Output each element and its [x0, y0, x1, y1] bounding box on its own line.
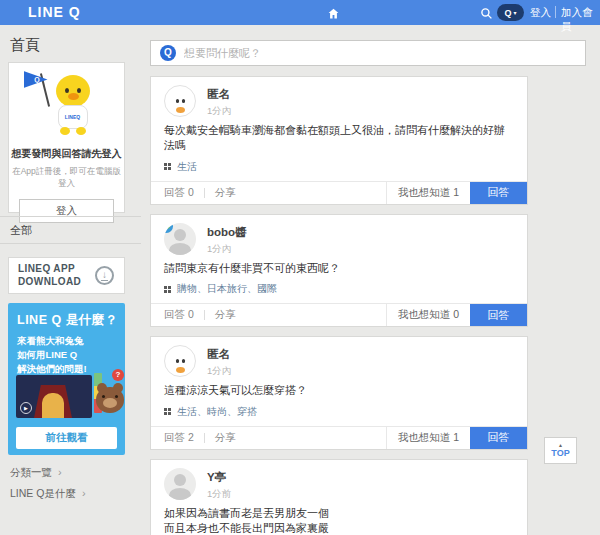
login-headline: 想要發問與回答請先登入 — [9, 147, 124, 161]
question-text: 每次戴安全帽騎車瀏海都會黏在額頭上又很油，請問有什麼解決的好辦法嗎 — [164, 123, 514, 154]
answer-button[interactable]: 回答 — [470, 304, 527, 326]
question-time: 1分前 — [207, 488, 231, 501]
chevron-right-icon: › — [82, 487, 86, 499]
question-card: Y亭 1分前 如果因為讀書而老是丟男朋友一個 而且本身也不能長出門因為家裏嚴 還… — [150, 459, 528, 535]
grid-menu-icon[interactable] — [352, 6, 368, 22]
question-tags-row: 生活 — [164, 160, 514, 174]
answer-button[interactable]: 回答 — [470, 427, 527, 449]
want-to-know-button[interactable]: 我也想知道 0 — [386, 304, 470, 326]
header-divider — [555, 6, 556, 18]
profile-initial: Q — [504, 8, 511, 18]
footer-divider — [204, 433, 205, 443]
promo-title: LINE Q 是什麼？ — [17, 312, 125, 329]
question-feed: 匿名 1分內 每次戴安全帽騎車瀏海都會黏在額頭上又很油，請問有什麼解決的好辦法嗎… — [150, 76, 528, 535]
top-navbar: LINE Q Q ▾ 登入 加入會員 — [0, 0, 600, 25]
lineq-page: LINE Q Q ▾ 登入 加入會員 首頁 Q LINEQ 想要發問與回答請先登… — [0, 0, 600, 535]
question-card: 匿名 1分內 每次戴安全帽騎車瀏海都會黏在額頭上又很油，請問有什麼解決的好辦法嗎… — [150, 76, 528, 205]
header-login-link[interactable]: 登入 — [530, 6, 551, 20]
question-header: 匿名 1分內 — [164, 345, 514, 378]
question-time: 1分內 — [207, 105, 231, 118]
answers-count-link[interactable]: 回答 0 — [164, 308, 194, 322]
avatar — [164, 468, 196, 500]
user-name: Y亭 — [207, 470, 231, 485]
footer-divider — [204, 188, 205, 198]
app-download-button[interactable]: LINEQ APP DOWNLOAD ↓ — [8, 257, 125, 294]
profile-menu[interactable]: Q ▾ — [497, 4, 524, 21]
brown-bear-mascot — [96, 383, 125, 417]
avatar — [164, 85, 196, 117]
home-icon[interactable] — [325, 5, 341, 21]
search-icon[interactable] — [478, 5, 494, 21]
question-text: 這種涼涼天氣可以怎麼穿搭？ — [164, 383, 514, 398]
question-time: 1分內 — [207, 365, 231, 378]
header-join-link[interactable]: 加入會員 — [561, 6, 600, 34]
page-title: 首頁 — [10, 36, 40, 55]
lineq-logo[interactable]: LINE Q — [28, 4, 81, 20]
user-name: bobo醬 — [207, 225, 247, 240]
chevron-down-icon: ▾ — [514, 10, 517, 16]
answers-count-link[interactable]: 回答 0 — [164, 186, 194, 200]
sidebar-item-all[interactable]: 全部 — [0, 216, 141, 244]
watch-video-button[interactable]: 前往觀看 — [16, 427, 117, 449]
category-grid-icon — [164, 408, 171, 415]
question-mark-badge: ? — [112, 369, 124, 381]
card-footer: 回答 0 分享 我也想知道 1 回答 — [151, 181, 527, 204]
share-link[interactable]: 分享 — [215, 186, 236, 200]
footer-divider — [204, 310, 205, 320]
chevron-right-icon: › — [58, 466, 62, 478]
want-to-know-button[interactable]: 我也想知道 1 — [386, 182, 470, 204]
answer-button[interactable]: 回答 — [470, 182, 527, 204]
sally-head — [56, 75, 90, 107]
grade-badge — [164, 223, 173, 233]
scroll-to-top-button[interactable]: ▲ TOP — [544, 437, 577, 464]
question-card: bobo醬 1分內 請問東京有什麼非買不可的東西呢？ 購物、日本旅行、國際 回答… — [150, 214, 528, 327]
question-tags-row: 購物、日本旅行、國際 — [164, 282, 514, 296]
question-card: 匿名 1分內 這種涼涼天氣可以怎麼穿搭？ 生活、時尚、穿搭 回答 2 分享 — [150, 336, 528, 449]
question-tags-row: 生活、時尚、穿搭 — [164, 405, 514, 419]
top-label: TOP — [551, 449, 569, 458]
login-card: Q LINEQ 想要發問與回答請先登入 在App註冊後，即可在電腦版登入 登入 — [8, 62, 125, 213]
question-text: 如果因為讀書而老是丟男朋友一個 而且本身也不能長出門因為家裏嚴 還有自己也是個重… — [164, 506, 514, 535]
question-header: bobo醬 1分內 — [164, 223, 514, 256]
promo-card: LINE Q 是什麼？ 來看熊大和兔兔 如何用LINE Q 解決他們的問題! ▶… — [8, 303, 125, 455]
question-tags[interactable]: 生活、時尚、穿搭 — [177, 405, 257, 419]
q-badge-icon: Q — [160, 45, 176, 61]
card-footer: 回答 2 分享 我也想知道 1 回答 — [151, 426, 527, 449]
question-text: 請問東京有什麼非買不可的東西呢？ — [164, 261, 514, 276]
ask-question-input[interactable] — [184, 47, 585, 59]
sally-mascot: Q LINEQ — [22, 69, 112, 139]
sidebar-item-all-label: 全部 — [0, 223, 32, 238]
share-link[interactable]: 分享 — [215, 431, 236, 445]
avatar — [164, 223, 196, 255]
share-link[interactable]: 分享 — [215, 308, 236, 322]
user-name: 匿名 — [207, 347, 231, 362]
answers-count-link[interactable]: 回答 2 — [164, 431, 194, 445]
ask-question-bar: Q — [150, 40, 586, 66]
user-name: 匿名 — [207, 87, 231, 102]
play-icon: ▶ — [20, 402, 32, 414]
category-grid-icon — [164, 163, 171, 170]
sidebar-link-what-is-lineq[interactable]: LINE Q是什麼› — [10, 487, 86, 501]
card-footer: 回答 0 分享 我也想知道 0 回答 — [151, 303, 527, 326]
app-download-label: LINEQ APP DOWNLOAD — [9, 263, 95, 288]
want-to-know-button[interactable]: 我也想知道 1 — [386, 427, 470, 449]
question-tags[interactable]: 購物、日本旅行、國際 — [177, 282, 277, 296]
question-time: 1分內 — [207, 243, 247, 256]
video-thumbnail[interactable]: ▶ — [16, 375, 92, 418]
promo-text: 來看熊大和兔兔 如何用LINE Q 解決他們的問題! — [17, 334, 125, 375]
login-subline: 在App註冊後，即可在電腦版登入 — [9, 166, 124, 190]
question-tags[interactable]: 生活 — [177, 160, 197, 174]
avatar — [164, 345, 196, 377]
question-header: Y亭 1分前 — [164, 468, 514, 501]
sally-shirt: LINEQ — [58, 105, 88, 129]
download-icon: ↓ — [95, 266, 114, 285]
sidebar-link-categories[interactable]: 分類一覽› — [10, 466, 62, 480]
question-header: 匿名 1分內 — [164, 85, 514, 118]
category-grid-icon — [164, 286, 171, 293]
